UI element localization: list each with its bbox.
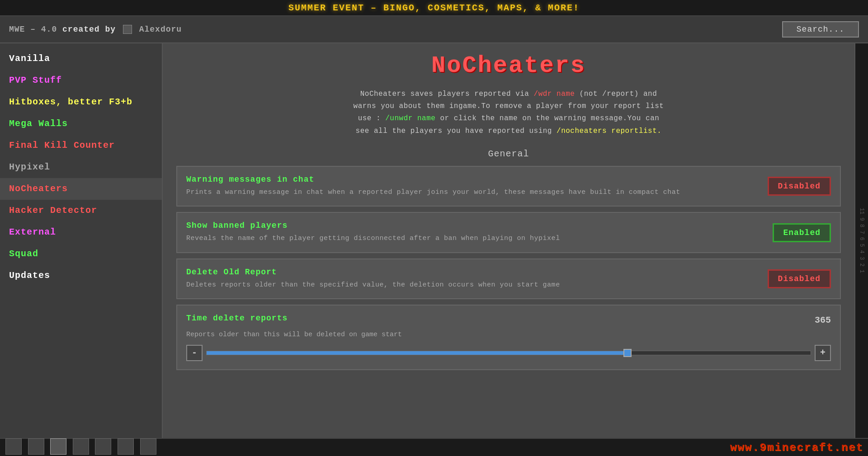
setting-name-1: Show banned players	[186, 221, 764, 230]
slider-thumb	[623, 349, 632, 357]
slider-plus-button[interactable]: +	[815, 345, 831, 361]
sidebar-item-external[interactable]: External	[0, 221, 162, 243]
bottom-bar: www.9minecraft.net	[0, 438, 868, 456]
cmd-wdr: /wdr name	[534, 90, 575, 98]
sidebar-item-hitboxes,-better-f3+b[interactable]: Hitboxes, better F3+b	[0, 91, 162, 113]
hotbar-slot-3[interactable]	[50, 438, 66, 455]
sidebar-item-final-kill-counter[interactable]: Final Kill Counter	[0, 135, 162, 156]
slider-minus-button[interactable]: -	[186, 345, 203, 361]
setting-desc-0: Prints a warning message in chat when a …	[186, 188, 759, 198]
hotbar-slot-5[interactable]	[95, 438, 111, 455]
slider-track[interactable]	[206, 351, 811, 355]
bottom-icons	[5, 438, 157, 456]
setting-card-2: Delete Old ReportDeletes reports older t…	[176, 259, 841, 300]
sidebar: VanillaPVP StuffHitboxes, better F3+bMeg…	[0, 43, 163, 438]
main-layout: VanillaPVP StuffHitboxes, better F3+bMeg…	[0, 43, 868, 438]
setting-info-0: Warning messages in chatPrints a warning…	[186, 175, 768, 198]
setting-name-0: Warning messages in chat	[186, 175, 759, 184]
hotbar-slot-2[interactable]	[28, 438, 44, 455]
right-decoration: 11 9 8 7 6 5 4 3 2 1	[854, 43, 868, 438]
slider-value: 365	[815, 315, 831, 325]
content-area: NoCheaters NoCheaters saves players repo…	[163, 43, 854, 438]
scroll-deco-text: 11 9 8 7 6 5 4 3 2 1	[859, 208, 865, 273]
sidebar-item-squad[interactable]: Squad	[0, 243, 162, 265]
hotbar-slot-7[interactable]	[140, 438, 156, 455]
section-title: General	[176, 149, 841, 159]
setting-desc-1: Reveals the name of the player getting d…	[186, 234, 764, 244]
slider-name: Time delete reports	[186, 314, 288, 323]
toggle-btn-0[interactable]: Disabled	[768, 177, 831, 196]
sidebar-item-hypixel[interactable]: Hypixel	[0, 156, 162, 178]
cmd-unwdr: /unwdr name	[385, 114, 435, 122]
header-title: MWE – 4.0 created by Alexdoru	[9, 25, 182, 34]
banner-text: SUMMER EVENT – BINGO, COSMETICS, MAPS, &…	[288, 3, 580, 13]
hotbar-slot-1[interactable]	[5, 438, 22, 455]
slider-desc: Reports older than this will be deleted …	[186, 330, 831, 340]
header-bar: MWE – 4.0 created by Alexdoru Search...	[0, 16, 868, 43]
slider-controls: - +	[186, 345, 831, 361]
sidebar-item-nocheaters[interactable]: NoCheaters	[0, 178, 162, 200]
slider-top: Time delete reports 365	[186, 314, 831, 326]
author-name: Alexdoru	[139, 25, 182, 34]
setting-card-0: Warning messages in chatPrints a warning…	[176, 166, 841, 207]
sidebar-item-pvp-stuff[interactable]: PVP Stuff	[0, 70, 162, 91]
content-description: NoCheaters saves players reported via /w…	[176, 88, 841, 137]
top-banner: SUMMER EVENT – BINGO, COSMETICS, MAPS, &…	[0, 0, 868, 16]
setting-card-1: Show banned playersReveals the name of t…	[176, 212, 841, 253]
sidebar-item-hacker-detector[interactable]: Hacker Detector	[0, 200, 162, 221]
setting-name-2: Delete Old Report	[186, 268, 759, 277]
cmd-reportlist: /nocheaters reportlist.	[557, 127, 661, 135]
toggle-btn-1[interactable]: Enabled	[773, 223, 831, 242]
created-by-text: created by	[62, 25, 121, 34]
sidebar-item-updates[interactable]: Updates	[0, 265, 162, 287]
slider-card: Time delete reports 365 Reports older th…	[176, 305, 841, 370]
hotbar-slot-4[interactable]	[73, 438, 89, 455]
content-title: NoCheaters	[176, 52, 841, 79]
slider-fill	[207, 351, 629, 355]
settings-container: Warning messages in chatPrints a warning…	[176, 166, 841, 300]
sidebar-item-mega-walls[interactable]: Mega Walls	[0, 113, 162, 135]
watermark: www.9minecraft.net	[730, 442, 863, 454]
setting-info-1: Show banned playersReveals the name of t…	[186, 221, 773, 244]
app-title: MWE – 4.0	[9, 25, 57, 34]
setting-info-2: Delete Old ReportDeletes reports older t…	[186, 268, 768, 291]
search-button[interactable]: Search...	[782, 21, 859, 38]
setting-desc-2: Deletes reports older than the specified…	[186, 280, 759, 291]
author-icon	[123, 25, 132, 34]
toggle-btn-2[interactable]: Disabled	[768, 269, 831, 288]
sidebar-item-vanilla[interactable]: Vanilla	[0, 48, 162, 70]
hotbar-slot-6[interactable]	[118, 438, 134, 455]
